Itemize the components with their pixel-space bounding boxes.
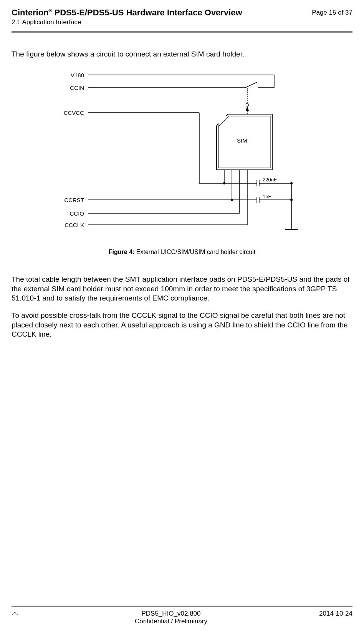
title-prefix: Cinterion (12, 8, 49, 17)
doc-id: PDS5_HIO_v02.800 (135, 610, 207, 618)
header-rule-thick (12, 31, 352, 32)
svg-line-3 (245, 82, 257, 88)
page-footer: PDS5_HIO_v02.800 Confidential / Prelimin… (12, 605, 352, 625)
para-2: To avoid possible cross-talk from the CC… (12, 311, 352, 339)
circuit-diagram: V180 CCIN CCVCC CCRST CCIO CCCLK (48, 70, 316, 239)
page-indicator: Page 15 of 37 (312, 8, 352, 17)
intro-text: The figure below shows a circuit to conn… (12, 50, 352, 58)
page-header: Cinterion® PDS5-E/PDS5-US Hardware Inter… (12, 8, 352, 29)
figure-text: External UICC/SIM/USIM card holder circu… (134, 249, 255, 255)
header-title: Cinterion® PDS5-E/PDS5-US Hardware Inter… (12, 8, 242, 18)
sim-block-label: SIM (237, 137, 247, 144)
footer-center: PDS5_HIO_v02.800 Confidential / Prelimin… (135, 610, 207, 625)
footer-mark (12, 610, 23, 625)
para-1: The total cable length between the SMT a… (12, 275, 352, 303)
cap-1nf-label: 1nF (263, 194, 271, 199)
cap-220nf-label: 220nF (263, 177, 277, 183)
title-suffix: PDS5-E/PDS5-US Hardware Interface Overvi… (52, 8, 242, 17)
figure-num: Figure 4: (109, 249, 135, 255)
footer-date: 2014-10-24 (319, 610, 352, 625)
footer-rule-thick (12, 606, 352, 607)
figure-caption: Figure 4: External UICC/SIM/USIM card ho… (12, 249, 352, 256)
header-rule-thin (12, 32, 352, 33)
header-subtitle: 2.1 Application Interface (12, 18, 242, 26)
confidentiality: Confidential / Preliminary (135, 618, 207, 625)
circuit-svg (48, 70, 316, 239)
main-content: The figure below shows a circuit to conn… (12, 50, 352, 339)
svg-point-7 (246, 103, 249, 106)
svg-marker-5 (246, 106, 249, 111)
